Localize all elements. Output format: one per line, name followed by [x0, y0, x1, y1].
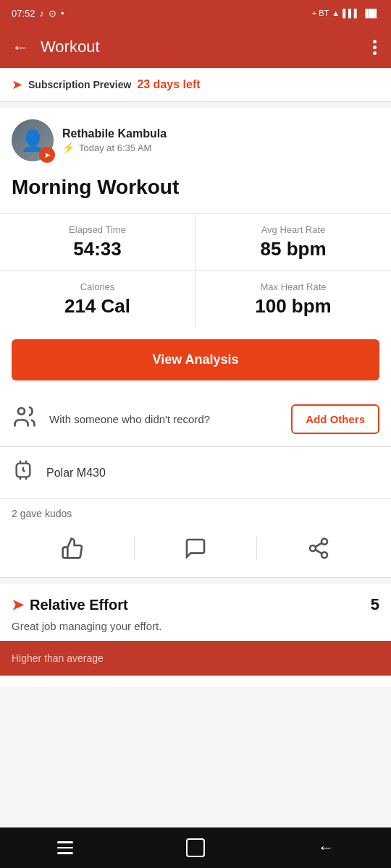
menu-dot-2 — [373, 46, 377, 49]
kudos-count: 2 gave kudos — [12, 508, 379, 519]
wifi-icon: ▲ — [332, 9, 340, 17]
dot-icon: • — [61, 8, 64, 19]
view-analysis-button[interactable]: View Analysis — [12, 339, 379, 380]
thumbs-up-icon — [61, 537, 84, 560]
back-arrow-icon: ← — [318, 838, 334, 857]
avg-heart-rate-label: Avg Heart Rate — [261, 224, 326, 235]
effort-score: 5 — [371, 595, 379, 614]
share-icon — [307, 537, 330, 560]
max-heart-rate-stat: Max Heart Rate 100 bpm — [196, 271, 391, 328]
profile-section: 👤 ➤ Rethabile Kambula ⚡ Today at 6:35 AM — [0, 108, 391, 173]
avatar-container: 👤 ➤ — [12, 119, 54, 161]
calories-value: 214 Cal — [64, 295, 130, 318]
more-menu-button[interactable] — [370, 37, 379, 58]
profile-name: Rethabile Kambula — [62, 127, 379, 140]
avg-heart-rate-value: 85 bpm — [260, 238, 326, 260]
subscription-days: 23 days left — [137, 78, 200, 91]
home-icon — [186, 838, 205, 857]
svg-point-8 — [321, 539, 327, 545]
status-bar: 07:52 ♪ ⊙ • + BT ▲ ▌▌▌ ▐█▌ — [0, 0, 391, 26]
effort-bar-section: Higher than average — [0, 641, 391, 676]
nav-home-button[interactable] — [174, 833, 217, 862]
add-others-section: With someone who didn't record? Add Othe… — [0, 392, 391, 447]
relative-effort-section: ➤ Relative Effort 5 Great job managing y… — [0, 584, 391, 687]
strava-badge: ➤ — [39, 147, 55, 163]
max-heart-rate-value: 100 bpm — [255, 295, 332, 318]
nav-menu-button[interactable] — [43, 833, 87, 862]
svg-point-10 — [321, 552, 327, 558]
music-icon: ♪ — [40, 8, 45, 19]
page-title: Workout — [41, 38, 370, 56]
effort-title: Relative Effort — [30, 597, 365, 613]
elapsed-time-stat: Elapsed Time 54:33 — [0, 214, 196, 271]
signal-icon: ▌▌▌ — [342, 9, 359, 17]
comment-button[interactable] — [135, 531, 257, 566]
effort-description: Great job managing your effort. — [12, 620, 379, 632]
comment-icon — [184, 537, 207, 560]
back-button[interactable]: ← — [12, 37, 29, 57]
menu-dot-1 — [373, 40, 377, 43]
share-button[interactable] — [257, 531, 379, 566]
calories-label: Calories — [80, 281, 115, 292]
group-icon — [12, 404, 38, 435]
profile-timestamp: Today at 6:35 AM — [79, 142, 151, 153]
nav-back-button[interactable]: ← — [304, 833, 348, 862]
kudos-section: 2 gave kudos — [0, 499, 391, 522]
menu-dot-3 — [373, 51, 377, 55]
stats-grid: Elapsed Time 54:33 Avg Heart Rate 85 bpm… — [0, 213, 391, 328]
watch-icon — [12, 459, 35, 487]
status-time: 07:52 — [12, 8, 35, 19]
calories-stat: Calories 214 Cal — [0, 271, 196, 328]
add-others-description: With someone who didn't record? — [49, 412, 279, 427]
device-name: Polar M430 — [46, 467, 106, 480]
subscription-label: Subscription Preview — [28, 79, 131, 90]
svg-point-9 — [310, 545, 316, 551]
svg-point-0 — [18, 408, 25, 414]
elapsed-time-value: 54:33 — [73, 238, 122, 260]
thumbs-up-button[interactable] — [12, 531, 134, 566]
circle-icon: ⊙ — [49, 8, 56, 19]
bluetooth-icon: + BT — [312, 9, 329, 17]
activity-icon: ⚡ — [62, 142, 75, 153]
workout-card: 👤 ➤ Rethabile Kambula ⚡ Today at 6:35 AM… — [0, 108, 391, 578]
elapsed-time-label: Elapsed Time — [69, 224, 126, 235]
app-header: ← Workout — [0, 26, 391, 68]
max-heart-rate-label: Max Heart Rate — [260, 281, 326, 292]
add-others-button[interactable]: Add Others — [291, 404, 379, 434]
avg-heart-rate-stat: Avg Heart Rate 85 bpm — [196, 214, 391, 271]
chevron-right-icon: ➤ — [12, 77, 22, 93]
subscription-banner[interactable]: ➤ Subscription Preview 23 days left — [0, 68, 391, 102]
menu-lines-icon — [57, 841, 73, 854]
device-section: Polar M430 — [0, 447, 391, 499]
bottom-navigation: ← — [0, 827, 391, 868]
svg-line-12 — [315, 543, 321, 547]
effort-bar-text: Higher than average — [12, 652, 379, 664]
svg-line-11 — [315, 550, 321, 553]
profile-info: Rethabile Kambula ⚡ Today at 6:35 AM — [62, 127, 379, 153]
battery-icon: ▐█▌ — [363, 9, 379, 17]
effort-chevron-icon: ➤ — [12, 596, 24, 613]
workout-title: Morning Workout — [0, 173, 391, 213]
action-buttons — [0, 522, 391, 578]
